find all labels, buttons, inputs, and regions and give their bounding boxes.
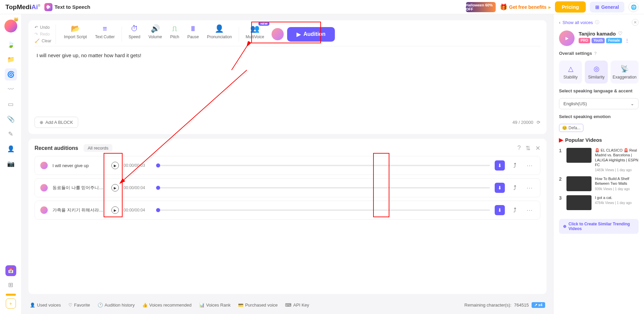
get-benefits-link[interactable]: 🎁 Get free benefits ▸ xyxy=(500,3,551,11)
help-icon[interactable]: ? xyxy=(517,144,521,152)
halloween-promo[interactable]: Halloween 60% OFF xyxy=(466,2,496,12)
row-text: 가족을 지키기 위해서라면 난 ... xyxy=(52,207,107,213)
import-script-button[interactable]: 📂Import Script xyxy=(60,24,91,39)
rail-calendar-icon[interactable]: 📅 xyxy=(5,265,16,276)
voices-recommended-link[interactable]: 👍Voices recommended xyxy=(142,302,192,308)
pause-button[interactable]: ⏸Pause xyxy=(183,24,203,39)
language-label: Select speaking language & accent xyxy=(559,88,639,93)
progress-bar[interactable] xyxy=(156,209,490,211)
share-button[interactable]: ⤴ xyxy=(510,160,520,171)
video-thumbnail xyxy=(566,148,592,163)
rail-apps-icon[interactable]: ⊞ xyxy=(5,279,17,291)
help-icon[interactable]: ? xyxy=(594,51,597,56)
pitch-button[interactable]: ⎍Pitch xyxy=(166,24,183,39)
video-title: 🚨 EL CLASICO 🚨 Real Madrid vs. Barcelona… xyxy=(595,148,639,167)
progress-bar[interactable] xyxy=(156,187,490,188)
play-button[interactable]: ▶ xyxy=(111,162,119,169)
more-button[interactable]: ⋯ xyxy=(524,206,535,214)
text-to-speech-nav[interactable]: 🗣 Text to Speech xyxy=(44,3,90,11)
sort-icon[interactable]: ⇅ xyxy=(525,144,531,152)
video-item[interactable]: 3 I got a cat. 4784k Views | 1 day ago xyxy=(559,195,639,210)
close-icon[interactable]: ✕ xyxy=(535,144,540,152)
text-input[interactable]: I will never give up, no matter how hard… xyxy=(35,46,540,114)
volume-button[interactable]: 🔊Volume xyxy=(144,24,166,39)
rail-card-icon[interactable]: ▭ xyxy=(5,98,17,110)
time-display: 00:00/00:04 xyxy=(124,208,151,212)
all-records-button[interactable]: All records xyxy=(84,144,112,152)
multivoice-icon: 👥 xyxy=(250,24,259,33)
audition-history-link[interactable]: 🕐Audition history xyxy=(98,302,135,308)
emotion-chip[interactable]: 😊 Defa... xyxy=(559,124,583,132)
editor-card: ↶Undo ↷Redo 🧹Clear 📂Import Script ≡Text … xyxy=(28,20,546,134)
video-item[interactable]: 1 🚨 EL CLASICO 🚨 Real Madrid vs. Barcelo… xyxy=(559,148,639,172)
refresh-icon[interactable]: ⟳ xyxy=(537,120,540,125)
pronunciation-button[interactable]: 👤Pronunciation xyxy=(203,24,236,39)
download-button[interactable]: ⬇ xyxy=(495,183,505,193)
clear-button[interactable]: 🧹Clear xyxy=(35,38,51,44)
rail-indicator xyxy=(6,294,16,296)
thumbs-up-icon: 👍 xyxy=(142,302,148,308)
heart-outline-icon[interactable]: ♡ xyxy=(618,30,622,37)
play-button[interactable]: ▶ xyxy=(111,206,119,214)
create-trending-button[interactable]: ⊕ Click to Create Similar Trending Video… xyxy=(559,219,639,234)
pronunciation-icon: 👤 xyxy=(215,24,224,33)
purchased-voice-link[interactable]: 💳Purchased voice xyxy=(238,302,278,308)
speed-button[interactable]: ⏱Speed xyxy=(125,24,145,39)
rail-folder-icon[interactable]: 📁 xyxy=(5,53,17,66)
more-button[interactable]: ⋯ xyxy=(524,184,535,192)
close-panel-icon[interactable]: ✕ xyxy=(632,19,639,26)
progress-bar[interactable] xyxy=(156,165,490,166)
api-key-link[interactable]: ⌨API Key xyxy=(285,302,309,308)
undo-button[interactable]: ↶Undo xyxy=(35,24,51,30)
share-button[interactable]: ⤴ xyxy=(510,183,520,193)
language-select[interactable]: English(US) ⌄ xyxy=(559,98,639,109)
audition-button[interactable]: ▶ Audition xyxy=(287,27,335,42)
stability-setting[interactable]: △Stability xyxy=(559,61,582,84)
redo-button[interactable]: ↷Redo xyxy=(35,31,51,37)
rail-tts-icon[interactable]: 🌀 xyxy=(5,68,17,81)
download-button[interactable]: ⬇ xyxy=(495,160,505,171)
used-voices-link[interactable]: 👤Used voices xyxy=(30,302,61,308)
rail-pen-icon[interactable]: ✎ xyxy=(5,128,17,140)
add-block-button[interactable]: ⊕ Add A BLOCK xyxy=(35,117,78,128)
rail-leaf-icon[interactable]: 🍃 xyxy=(5,39,17,51)
heart-icon: ♡ xyxy=(68,302,72,308)
chevron-down-icon: ⌄ xyxy=(630,101,634,106)
show-all-voices-button[interactable]: ‹ Show all voices ⓘ ✕ xyxy=(559,19,639,26)
rail-add-button[interactable]: + xyxy=(6,298,16,309)
video-title: I got a cat. xyxy=(595,195,639,200)
similarity-setting[interactable]: ◎Similarity xyxy=(585,61,608,84)
selected-voice-avatar[interactable] xyxy=(272,28,284,40)
exaggeration-setting[interactable]: 📡Exaggeration xyxy=(610,61,639,84)
voice-avatar[interactable] xyxy=(559,30,575,46)
person-icon: 👤 xyxy=(30,302,35,308)
voices-rank-link[interactable]: 📊Voices Rank xyxy=(199,302,231,308)
rail-wave-icon[interactable]: 〰 xyxy=(5,83,17,95)
logo[interactable]: TopMediAi® xyxy=(5,3,40,11)
pause-icon: ⏸ xyxy=(189,24,197,33)
user-avatar[interactable] xyxy=(4,20,17,32)
clear-icon: 🧹 xyxy=(35,39,40,43)
chart-icon: 📊 xyxy=(199,302,205,308)
rail-person-icon[interactable]: 👤 xyxy=(5,143,17,155)
audition-row: 동료들이 나를 믿어주니까 난 ... ▶ 00:00/00:04 ⬇ ⤴ ⋯ xyxy=(35,178,540,197)
favorite-link[interactable]: ♡Favorite xyxy=(68,302,90,308)
multivoice-button[interactable]: NEW 👥MultiVoice xyxy=(242,24,269,39)
rail-clip-icon[interactable]: 📎 xyxy=(5,113,17,125)
general-button[interactable]: ⊞ General xyxy=(590,2,624,13)
play-button[interactable]: ▶ xyxy=(111,184,119,192)
language-globe-icon[interactable]: 🌐 xyxy=(628,2,639,12)
collapse-panel-button[interactable]: ‹ xyxy=(553,143,554,156)
more-icon[interactable]: ⋮ xyxy=(625,38,629,43)
video-item[interactable]: 2 How To Build A Shelf Between Two Walls… xyxy=(559,176,639,191)
multiplier-badge[interactable]: ↗ x4 xyxy=(532,302,545,308)
more-button[interactable]: ⋯ xyxy=(524,162,535,169)
text-cutter-button[interactable]: ≡Text Cutter xyxy=(91,24,119,39)
download-button[interactable]: ⬇ xyxy=(495,205,505,215)
cutter-icon: ≡ xyxy=(103,24,107,33)
top-bar: TopMediAi® 🗣 Text to Speech Halloween 60… xyxy=(0,0,644,14)
volume-icon: 🔊 xyxy=(151,24,160,33)
share-button[interactable]: ⤴ xyxy=(510,205,520,215)
rail-camera-icon[interactable]: 📷 xyxy=(5,158,17,170)
pricing-button[interactable]: Pricing xyxy=(555,1,586,13)
